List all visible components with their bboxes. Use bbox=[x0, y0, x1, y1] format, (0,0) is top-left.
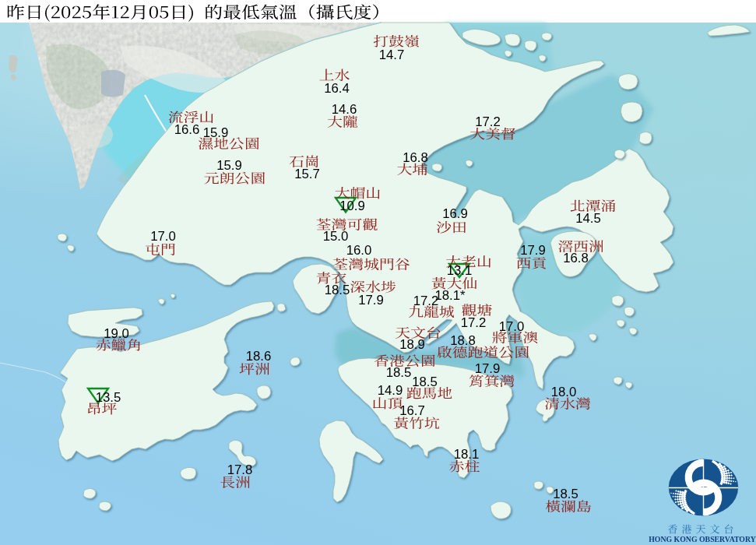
svg-text:14.9: 14.9 bbox=[378, 383, 403, 398]
svg-text:14.5: 14.5 bbox=[575, 211, 601, 226]
svg-text:18.8: 18.8 bbox=[450, 333, 476, 348]
svg-text:17.9: 17.9 bbox=[475, 361, 501, 376]
svg-text:18.0: 18.0 bbox=[551, 385, 577, 399]
svg-text:16.8: 16.8 bbox=[403, 150, 428, 165]
svg-text:17.9: 17.9 bbox=[358, 293, 384, 308]
svg-text:16.4: 16.4 bbox=[324, 81, 350, 96]
svg-text:18.1: 18.1 bbox=[454, 447, 480, 462]
svg-text:14.7: 14.7 bbox=[379, 47, 405, 62]
svg-text:17.0: 17.0 bbox=[150, 229, 176, 244]
svg-text:19.0: 19.0 bbox=[104, 326, 129, 341]
svg-text:17.2: 17.2 bbox=[475, 114, 501, 129]
svg-text:17.8: 17.8 bbox=[227, 462, 253, 477]
svg-text:15.7: 15.7 bbox=[294, 167, 320, 181]
svg-text:15.9: 15.9 bbox=[216, 158, 242, 173]
svg-text:16.8: 16.8 bbox=[563, 251, 589, 265]
svg-text:17.9: 17.9 bbox=[520, 243, 546, 258]
svg-text:17.0: 17.0 bbox=[499, 319, 525, 334]
svg-text:15.0: 15.0 bbox=[323, 229, 349, 244]
svg-text:14.6: 14.6 bbox=[332, 102, 357, 117]
svg-text:18.6: 18.6 bbox=[246, 349, 272, 364]
svg-text:18.5: 18.5 bbox=[412, 374, 438, 389]
svg-text:18.5: 18.5 bbox=[553, 487, 578, 501]
svg-text:13.1: 13.1 bbox=[447, 263, 473, 278]
svg-text:18.9: 18.9 bbox=[399, 337, 425, 352]
svg-text:10.9: 10.9 bbox=[339, 199, 365, 213]
svg-text:17.2: 17.2 bbox=[413, 294, 439, 308]
svg-text:16.6: 16.6 bbox=[174, 122, 200, 137]
svg-text:15.9: 15.9 bbox=[203, 125, 229, 140]
svg-text:13.5: 13.5 bbox=[96, 390, 121, 405]
svg-text:18.5: 18.5 bbox=[325, 283, 350, 297]
svg-text:18.5: 18.5 bbox=[386, 365, 412, 380]
svg-text:HONG KONG OBSERVATORY: HONG KONG OBSERVATORY bbox=[649, 535, 756, 543]
svg-text:17.2: 17.2 bbox=[461, 315, 487, 330]
svg-text:16.7: 16.7 bbox=[399, 403, 425, 418]
svg-text:16.0: 16.0 bbox=[346, 243, 372, 258]
svg-text:16.9: 16.9 bbox=[442, 206, 468, 221]
svg-text:18.1*: 18.1* bbox=[434, 288, 466, 303]
